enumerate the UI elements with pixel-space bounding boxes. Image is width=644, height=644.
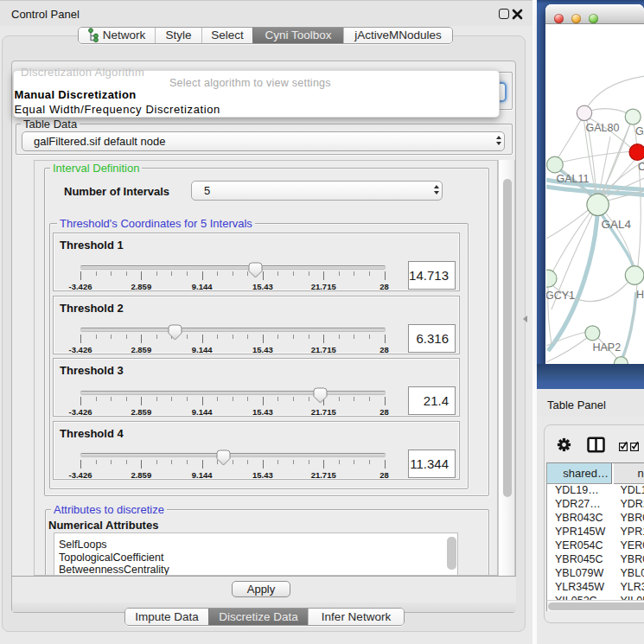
svg-text:GAL80: GAL80 [585, 122, 619, 134]
svg-text:HAP2: HAP2 [592, 341, 621, 353]
svg-text:H: H [636, 288, 644, 300]
svg-text:C: C [638, 161, 644, 173]
svg-text:GA: GA [635, 125, 644, 137]
svg-text:GAL11: GAL11 [556, 172, 589, 184]
svg-text:GAL4: GAL4 [601, 218, 631, 231]
svg-text:GCY1: GCY1 [546, 289, 575, 301]
